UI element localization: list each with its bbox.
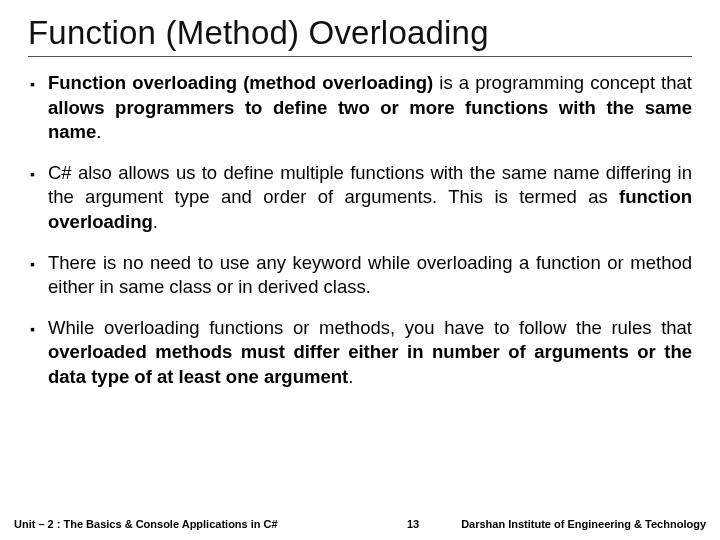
bullet-item: ▪ Function overloading (method overloadi… (28, 71, 692, 145)
bullet-item: ▪ C# also allows us to define multiple f… (28, 161, 692, 235)
footer-institute: Darshan Institute of Engineering & Techn… (461, 518, 720, 530)
footer-page-number: 13 (407, 518, 461, 530)
bullet-marker-icon: ▪ (28, 71, 48, 97)
slide-title: Function (Method) Overloading (28, 14, 692, 57)
bullet-marker-icon: ▪ (28, 316, 48, 342)
bullet-text: Function overloading (method overloading… (48, 71, 692, 145)
bullet-marker-icon: ▪ (28, 161, 48, 187)
bullet-item: ▪ There is no need to use any keyword wh… (28, 251, 692, 300)
bullet-text: There is no need to use any keyword whil… (48, 251, 692, 300)
bullet-text: C# also allows us to define multiple fun… (48, 161, 692, 235)
bullet-marker-icon: ▪ (28, 251, 48, 277)
slide-body: ▪ Function overloading (method overloadi… (28, 71, 692, 390)
footer-unit-label: Unit – 2 : The Basics & Console Applicat… (0, 518, 278, 530)
slide: Function (Method) Overloading ▪ Function… (0, 0, 720, 540)
bullet-text: While overloading functions or methods, … (48, 316, 692, 390)
slide-footer: Unit – 2 : The Basics & Console Applicat… (0, 518, 720, 530)
bullet-item: ▪ While overloading functions or methods… (28, 316, 692, 390)
